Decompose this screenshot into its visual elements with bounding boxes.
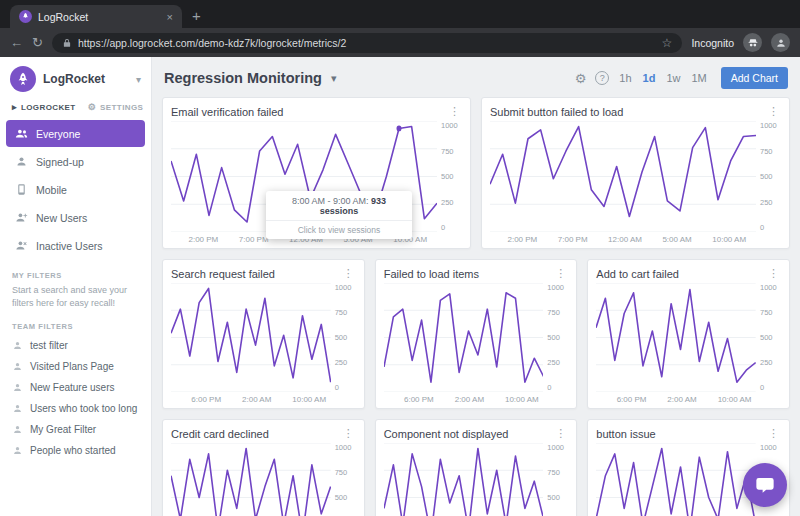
y-tick-label: 1000 bbox=[760, 121, 781, 130]
tooltip-hint[interactable]: Click to view sessions bbox=[266, 220, 412, 239]
kebab-menu-icon[interactable]: ⋮ bbox=[447, 106, 462, 117]
y-tick-label: 750 bbox=[335, 468, 356, 477]
browser-tab[interactable]: LogRocket × bbox=[10, 5, 182, 28]
x-axis-labels: 6:00 PM2:00 AM10:00 AM bbox=[384, 392, 569, 405]
x-axis-labels: 2:00 PM7:00 PM12:00 AM5:00 AM10:00 AM bbox=[490, 232, 781, 245]
y-tick-label: 750 bbox=[335, 308, 356, 317]
kebab-menu-icon[interactable]: ⋮ bbox=[766, 106, 781, 117]
back-button[interactable]: ← bbox=[10, 36, 23, 49]
sidebar-item-label: Inactive Users bbox=[36, 240, 103, 252]
address-bar[interactable]: https://app.logrocket.com/demo-kdz7k/log… bbox=[52, 33, 682, 53]
kebab-menu-icon[interactable]: ⋮ bbox=[766, 428, 781, 439]
chart-title: Submit button failed to load bbox=[490, 106, 623, 118]
y-tick-label: 0 bbox=[547, 383, 568, 392]
y-tick-label: 750 bbox=[441, 147, 462, 156]
line-chart[interactable] bbox=[596, 283, 756, 392]
sidebar-item-label: New Users bbox=[36, 212, 87, 224]
x-tick-label: 10:00 AM bbox=[712, 235, 746, 245]
logrocket-favicon-icon bbox=[19, 10, 32, 23]
chart-title: Add to cart failed bbox=[596, 268, 679, 280]
person-icon bbox=[12, 340, 23, 351]
chart-card: Add to cart failed⋮100075050025006:00 PM… bbox=[587, 259, 790, 409]
help-icon[interactable]: ? bbox=[595, 71, 609, 85]
x-axis-labels: 6:00 PM2:00 AM10:00 AM bbox=[596, 392, 781, 405]
range-1M[interactable]: 1M bbox=[691, 72, 706, 84]
line-chart[interactable] bbox=[596, 443, 756, 516]
page-title: Regression Monitoring bbox=[164, 70, 322, 86]
kebab-menu-icon[interactable]: ⋮ bbox=[341, 268, 356, 279]
y-axis-labels: 10007505002500 bbox=[331, 283, 356, 392]
y-tick-label: 750 bbox=[547, 308, 568, 317]
x-tick-label: 2:00 AM bbox=[242, 395, 271, 405]
browser-toolbar: ← ↻ https://app.logrocket.com/demo-kdz7k… bbox=[0, 28, 800, 57]
team-filter-item[interactable]: Visited Plans Page bbox=[0, 356, 151, 377]
y-tick-label: 500 bbox=[760, 333, 781, 342]
charts-grid: 8:00 AM - 9:00 AM: 933 sessions Click to… bbox=[152, 91, 800, 516]
workspace-switcher[interactable]: LogRocket ▾ bbox=[0, 57, 151, 99]
new-tab-button[interactable]: + bbox=[192, 7, 201, 24]
team-filter-label: Users who took too long bbox=[30, 403, 137, 414]
bookmark-star-icon[interactable]: ☆ bbox=[662, 36, 673, 50]
y-tick-label: 0 bbox=[760, 383, 781, 392]
x-tick-label: 2:00 AM bbox=[667, 395, 696, 405]
y-axis-labels: 10007505002500 bbox=[756, 283, 781, 392]
y-axis-labels: 10007505002500 bbox=[756, 121, 781, 232]
chart-card: Failed to load items⋮100075050025006:00 … bbox=[375, 259, 578, 409]
y-tick-label: 0 bbox=[441, 223, 462, 232]
y-tick-label: 250 bbox=[760, 358, 781, 367]
y-axis-labels: 10007505002500 bbox=[437, 121, 462, 232]
incognito-icon bbox=[743, 33, 762, 52]
line-chart[interactable] bbox=[171, 443, 331, 516]
sidebar-item-inactive-users[interactable]: Inactive Users bbox=[6, 232, 145, 259]
line-chart[interactable] bbox=[171, 283, 331, 392]
kebab-menu-icon[interactable]: ⋮ bbox=[553, 268, 568, 279]
range-1d[interactable]: 1d bbox=[643, 72, 656, 84]
y-tick-label: 750 bbox=[547, 468, 568, 477]
team-filter-label: Visited Plans Page bbox=[30, 361, 114, 372]
chart-card: Credit card declined⋮100075050025006:00 … bbox=[162, 419, 365, 516]
range-1h[interactable]: 1h bbox=[619, 72, 631, 84]
tab-close-icon[interactable]: × bbox=[167, 11, 173, 23]
dashboard-dropdown-icon[interactable]: ▾ bbox=[331, 72, 337, 85]
sidebar-item-new-users[interactable]: New Users bbox=[6, 204, 145, 231]
y-tick-label: 500 bbox=[547, 333, 568, 342]
team-filter-item[interactable]: My Great Filter bbox=[0, 419, 151, 440]
x-tick-label: 5:00 AM bbox=[662, 235, 691, 245]
kebab-menu-icon[interactable]: ⋮ bbox=[766, 268, 781, 279]
y-tick-label: 1000 bbox=[441, 121, 462, 130]
person-icon bbox=[15, 155, 28, 168]
y-tick-label: 0 bbox=[760, 223, 781, 232]
sidebar-item-signed-up[interactable]: Signed-up bbox=[6, 148, 145, 175]
my-filters-header: MY FILTERS bbox=[0, 260, 151, 284]
line-chart[interactable] bbox=[384, 283, 544, 392]
intercom-launcher[interactable] bbox=[743, 463, 787, 507]
x-tick-label: 12:00 AM bbox=[608, 235, 642, 245]
y-tick-label: 1000 bbox=[335, 443, 356, 452]
chat-bubble-icon bbox=[754, 474, 776, 496]
team-filter-item[interactable]: test filter bbox=[0, 335, 151, 356]
y-tick-label: 250 bbox=[441, 198, 462, 207]
tab-settings[interactable]: ⚙ SETTINGS bbox=[88, 102, 144, 112]
team-filter-item[interactable]: People who started bbox=[0, 440, 151, 461]
gear-icon: ⚙ bbox=[88, 102, 96, 112]
reload-button[interactable]: ↻ bbox=[32, 36, 43, 49]
team-filter-item[interactable]: New Feature users bbox=[0, 377, 151, 398]
range-1w[interactable]: 1w bbox=[666, 72, 680, 84]
team-filter-label: My Great Filter bbox=[30, 424, 96, 435]
kebab-menu-icon[interactable]: ⋮ bbox=[553, 428, 568, 439]
sidebar-item-everyone[interactable]: Everyone bbox=[6, 120, 145, 147]
add-chart-button[interactable]: Add Chart bbox=[721, 67, 788, 89]
team-filter-item[interactable]: Users who took too long bbox=[0, 398, 151, 419]
sidebar-item-mobile[interactable]: Mobile bbox=[6, 176, 145, 203]
y-tick-label: 1000 bbox=[760, 443, 781, 452]
main-content: Regression Monitoring ▾ ⚙ ? 1h 1d 1w 1M … bbox=[152, 57, 800, 516]
tab-logrocket[interactable]: ▸ LOGROCKET bbox=[12, 102, 76, 112]
tab-logrocket-label: LOGROCKET bbox=[21, 103, 76, 112]
line-chart[interactable] bbox=[490, 121, 756, 232]
line-chart[interactable] bbox=[384, 443, 544, 516]
lock-icon bbox=[62, 38, 72, 48]
profile-avatar[interactable] bbox=[771, 33, 790, 52]
kebab-menu-icon[interactable]: ⋮ bbox=[341, 428, 356, 439]
chart-title: button issue bbox=[596, 428, 655, 440]
settings-gear-icon[interactable]: ⚙ bbox=[575, 71, 587, 86]
